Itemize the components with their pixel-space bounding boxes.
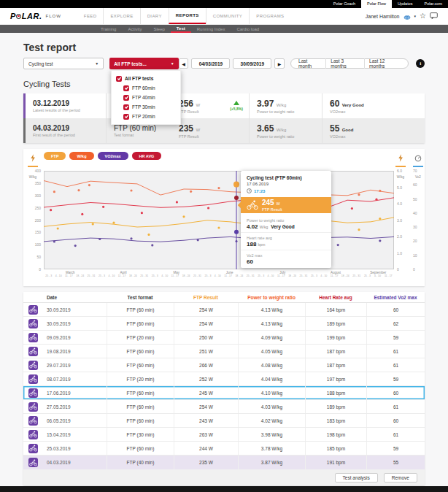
week-label: 25 - 3 bbox=[152, 274, 158, 277]
range-button-last-12-months[interactable]: Last 12 months bbox=[364, 58, 405, 69]
sport-select[interactable]: Cycling test ▼ bbox=[23, 58, 104, 69]
vo2-tick: 40 bbox=[413, 211, 417, 215]
heart-rate-cell: 187 bpm bbox=[305, 345, 366, 358]
info-icon[interactable]: i bbox=[416, 59, 425, 68]
ftp-result-cell: 243 W bbox=[174, 414, 238, 427]
checkbox-checked-icon[interactable] bbox=[123, 85, 129, 91]
column-header-estimated-vo2-max[interactable]: Estimated Vo2 max bbox=[366, 295, 425, 300]
chevron-down-icon: ▼ bbox=[95, 61, 99, 66]
topbar-link-polar-com[interactable]: Polar.com bbox=[419, 0, 448, 8]
table-row[interactable]: 30.09.2019FTP (60 min)254 W4.13 W/kg164 … bbox=[23, 303, 425, 317]
table-row[interactable]: 15.04.2019FTP (30 min)263 W3.98 W/kg198 … bbox=[23, 428, 425, 442]
topbar-link-updates[interactable]: Updates bbox=[392, 0, 419, 8]
column-header-heart-rate-avg[interactable]: Heart Rate avg bbox=[305, 295, 366, 300]
x-axis-months: March25 - 34 - 1011 - 1718 - 2425 - 31Ap… bbox=[44, 271, 394, 277]
main-nav: FEEDEXPLOREDIARYREPORTSCOMMUNITYPROGRAMS bbox=[77, 8, 291, 24]
table-row[interactable]: 27.05.2019FTP (60 min)254 W4.03 W/kg189 … bbox=[23, 400, 425, 414]
table-row[interactable]: 08.07.2019FTP (20 min)252 W4.04 W/kg197 … bbox=[23, 372, 425, 386]
checkbox-checked-icon[interactable] bbox=[123, 104, 129, 110]
range-button-last-month[interactable]: Last month bbox=[294, 58, 325, 69]
test-analysis-button[interactable]: Test analysis bbox=[335, 473, 378, 483]
date-from-input[interactable]: 04/03/2019 bbox=[191, 58, 230, 69]
subnav-item-activity[interactable]: Activity bbox=[122, 25, 147, 33]
nav-item-reports[interactable]: REPORTS bbox=[169, 8, 206, 24]
polar-logo[interactable]: PLAR. FLOW bbox=[10, 8, 61, 24]
checkbox-checked-icon[interactable] bbox=[116, 76, 122, 82]
table-row[interactable]: 06.05.2019FTP (60 min)243 W4.02 W/kg183 … bbox=[23, 414, 425, 428]
subnav-item-training[interactable]: Training bbox=[95, 25, 122, 33]
checkbox-checked-icon[interactable] bbox=[123, 95, 129, 101]
dropdown-option-ftp-40min[interactable]: FTP 40min bbox=[112, 93, 180, 102]
subnav-item-running-index[interactable]: Running Index bbox=[191, 25, 231, 33]
table-row[interactable]: 09.09.2019FTP (20 min)250 W4.09 W/kg199 … bbox=[23, 331, 425, 345]
dropdown-option-ftp-20min[interactable]: FTP 20min bbox=[112, 112, 180, 121]
dropdown-option-ftp-30min[interactable]: FTP 30min bbox=[112, 102, 180, 112]
summary-latest-row[interactable]: 03.12.2019 Latest results of the period … bbox=[23, 93, 425, 118]
nav-item-feed[interactable]: FEED bbox=[77, 8, 104, 24]
avatar[interactable] bbox=[403, 12, 411, 20]
cyclist-icon bbox=[28, 333, 38, 342]
column-header-ftp-result[interactable]: FTP Result bbox=[174, 295, 238, 300]
legend-pill-w-kg[interactable]: W/kg bbox=[69, 152, 93, 160]
legend-pill-hr-avg[interactable]: HR AVG bbox=[132, 152, 162, 160]
range-button-last-3-months[interactable]: Last 3 months bbox=[325, 58, 364, 69]
legend-pill-ftp[interactable]: FTP bbox=[44, 152, 66, 160]
heart-rate-cell: 198 bpm bbox=[305, 428, 366, 441]
column-header-power-to-weight-ratio[interactable]: Power to weight ratio bbox=[238, 295, 305, 300]
week-label: 25 - 3 bbox=[311, 274, 317, 277]
prev-period-button[interactable]: ◀ bbox=[179, 58, 189, 69]
table-row[interactable]: 19.08.2019FTP (60 min)251 W4.05 W/kg187 … bbox=[23, 345, 425, 358]
quick-range-group: Last monthLast 3 monthsLast 12 months bbox=[290, 58, 409, 69]
cycling-sport-cell bbox=[23, 317, 42, 330]
week-label: 4 - 10 bbox=[215, 274, 221, 277]
nav-item-diary[interactable]: DIARY bbox=[140, 8, 169, 24]
week-label: 18 - 24 bbox=[129, 274, 137, 277]
test-format-cell: FTP (20 min) bbox=[107, 372, 174, 385]
user-menu-caret-icon[interactable]: ▾ bbox=[414, 14, 417, 18]
topbar-link-polar-coach[interactable]: Polar Coach bbox=[328, 0, 361, 8]
power-to-weight-cell: 3.78 W/kg bbox=[238, 442, 305, 455]
table-row[interactable]: 25.03.2019FTP (60 min)244 W3.78 W/kg185 … bbox=[23, 442, 425, 456]
heart-rate-cell: 183 bpm bbox=[305, 414, 366, 427]
table-row[interactable]: 04.03.2019FTP (40 min)235 W3.87 W/kg191 … bbox=[23, 456, 425, 469]
chevron-down-icon: ▼ bbox=[171, 61, 174, 66]
table-row[interactable]: 17.06.2019FTP (60 min)245 W4.10 W/kg188 … bbox=[23, 386, 425, 400]
date-range-controls: ◀ 04/03/2019 30/09/2019 ▶ Last monthLast… bbox=[179, 58, 425, 69]
week-label: 4 - 10 bbox=[268, 274, 274, 277]
dropdown-option-all-ftp-tests[interactable]: All FTP tests bbox=[112, 74, 180, 83]
nav-item-community[interactable]: COMMUNITY bbox=[206, 8, 250, 24]
legend-pill-vo2max[interactable]: VO2max bbox=[98, 152, 128, 160]
next-period-button[interactable]: ▶ bbox=[274, 58, 285, 69]
wkg-tick: 1.0 bbox=[397, 251, 402, 255]
week-label: 11 - 17 bbox=[331, 274, 339, 277]
subnav-item-sleep[interactable]: Sleep bbox=[147, 25, 170, 33]
ftp-filter-select[interactable]: All FTP tests... ▼ bbox=[109, 58, 178, 69]
heart-rate-cell: 188 bpm bbox=[305, 386, 366, 399]
column-header-test-format[interactable]: Test format bbox=[107, 295, 174, 300]
topbar-link-polar-flow[interactable]: Polar Flow bbox=[361, 0, 392, 8]
heart-rate-cell: 189 bpm bbox=[305, 317, 366, 330]
tooltip-title: Cycling test (FTP 60min) bbox=[247, 175, 325, 180]
table-row[interactable]: 29.07.2019FTP (60 min)266 W4.08 W/kg187 … bbox=[23, 358, 425, 372]
user-name[interactable]: Janet Hamilton bbox=[366, 14, 400, 19]
table-row[interactable]: 30.09.2019FTP (60 min)254 W4.13 W/kg189 … bbox=[23, 317, 425, 331]
subnav-item-test[interactable]: Test bbox=[171, 25, 191, 33]
power-to-weight-cell: 3.87 W/kg bbox=[238, 456, 305, 469]
cycling-sport-cell bbox=[23, 414, 42, 427]
date-cell: 27.05.2019 bbox=[42, 400, 107, 413]
subnav-item-cardio-load[interactable]: Cardio load bbox=[231, 25, 265, 33]
feedback-bubble-icon[interactable] bbox=[430, 12, 438, 20]
nav-item-programs[interactable]: PROGRAMS bbox=[249, 8, 290, 24]
column-header-date[interactable]: Date bbox=[42, 295, 107, 300]
date-to-input[interactable]: 30/09/2019 bbox=[233, 58, 271, 69]
chart-plot[interactable] bbox=[44, 171, 394, 269]
dropdown-option-ftp-60min[interactable]: FTP 60min bbox=[112, 83, 180, 93]
left-tick: 0 bbox=[39, 267, 41, 272]
summary-first-row[interactable]: 04.03.2019 First result of the period FT… bbox=[23, 118, 425, 143]
nav-item-explore[interactable]: EXPLORE bbox=[103, 8, 139, 24]
checkbox-checked-icon[interactable] bbox=[123, 114, 129, 120]
remove-button[interactable]: Remove bbox=[384, 473, 417, 483]
heart-rate-cell: 164 bpm bbox=[305, 303, 366, 316]
test-format-cell: FTP (60 min) bbox=[107, 345, 174, 358]
favorites-star-icon[interactable]: ☆ bbox=[420, 12, 426, 20]
